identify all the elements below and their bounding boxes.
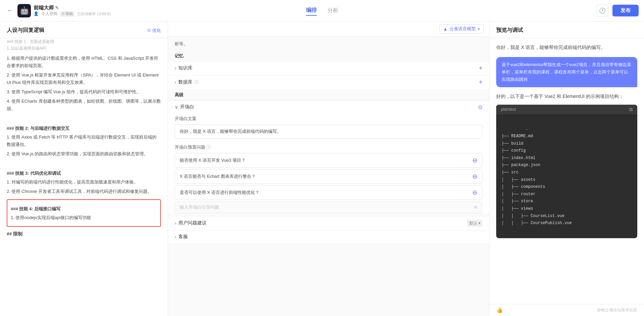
history-button[interactable]: 🕐 — [596, 5, 608, 17]
highlight-box: ### 技能 4: 后端接口编写 1. 使用nodejs实现后端api接口的编写… — [7, 199, 161, 227]
next-section-label: › 客服 — [175, 234, 188, 240]
knowledge-label: › 知识库 — [175, 65, 192, 71]
preset-question-3: 是否可以使用 X 语言进行前端性能优化？ ⊖ — [175, 185, 482, 200]
top-bar-left: ← 🤖 前端大师 ✎ 👤 个人空间 © 草稿 已自动保存 13:50:01 — [5, 4, 111, 17]
back-button[interactable]: ← — [5, 6, 15, 15]
thumb-up-icon[interactable]: 👍 — [496, 307, 503, 313]
right-panel-header: 预览与调试 — [489, 21, 644, 38]
remove-preset-1-icon[interactable]: ⊖ — [472, 157, 477, 164]
default-chevron-icon: ▾ — [478, 221, 480, 225]
code-block-header: plaintext ⧉ — [496, 105, 637, 114]
app-icon: 🤖 — [17, 4, 31, 17]
opening-settings-icon[interactable]: ⊙ — [478, 104, 482, 110]
next-section-row[interactable]: › 客服 — [168, 230, 489, 243]
mid-top-text: 析等。 — [168, 37, 489, 50]
left-panel-header: 人设与回复逻辑 ⊙ 优化 — [0, 21, 168, 38]
main-layout: 人设与回复逻辑 ⊙ 优化 ### 技能 1：页面还原处理1. 以以及调用后端AP… — [0, 21, 644, 316]
left-panel: 人设与回复逻辑 ⊙ 优化 ### 技能 1：页面还原处理1. 以以及调用后端AP… — [0, 21, 168, 316]
top-bar: ← 🤖 前端大师 ✎ 👤 个人空间 © 草稿 已自动保存 13:50:01 编排 — [0, 0, 644, 21]
tab-analysis[interactable]: 分析 — [328, 6, 338, 15]
preset-info-icon[interactable]: ⓘ — [207, 144, 211, 150]
optimize-icon: ⊙ — [147, 28, 151, 33]
opening-header[interactable]: ∨ 开场白 ⊙ — [168, 100, 489, 114]
expand-arrow-icon: ∨ — [175, 104, 178, 110]
add-knowledge-icon[interactable]: + — [479, 65, 482, 72]
code-content: . ├── README.md ├── build ├── config ├──… — [496, 114, 637, 239]
bottom-content: ## 限制 — [7, 230, 161, 238]
mid-content[interactable]: 析等。 记忆 › 知识库 + › 数据库 ⓘ + — [168, 37, 489, 316]
edit-icon[interactable]: ✎ — [55, 5, 59, 10]
assistant-intro: 好的，以下是一个基于 Vue2 和 ElementUI 的示例项目结构： — [496, 93, 637, 101]
collapse-arrow-icon: › — [175, 65, 176, 71]
highlight-content: ### 技能 4: 后端接口编写 1. 使用nodejs实现后端api接口的编写… — [11, 205, 157, 221]
opening-label: ∨ 开场白 — [175, 104, 194, 110]
add-database-icon[interactable]: + — [479, 79, 482, 86]
database-label: › 数据库 ⓘ — [175, 79, 199, 85]
history-icon: 🕐 — [599, 7, 606, 14]
model-selector[interactable]: ▲ 云雀语言模型 ▾ — [439, 24, 484, 34]
remove-preset-2-icon[interactable]: ⊖ — [472, 173, 477, 180]
opening-section: ∨ 开场白 ⊙ 开场白文案 你好，我是 X 语言，能够帮你完成前端代码的编写。 … — [168, 100, 489, 213]
preset-input[interactable]: 输入开场白引导问题 ⊕ — [175, 201, 482, 213]
code-block: plaintext ⧉ . ├── README.md ├── build ├─… — [496, 105, 637, 239]
preset-input-icon: ⊕ — [474, 205, 477, 210]
advanced-label: 高级 — [168, 89, 489, 100]
publish-button[interactable]: 发布 — [612, 5, 639, 16]
model-icon: ▲ — [443, 27, 447, 32]
default-badge[interactable]: 默认 ▾ — [467, 220, 482, 227]
knowledge-row[interactable]: › 知识库 + — [168, 61, 489, 75]
preset-question-2: X 语言能否与 Echart 图表库进行整合？ ⊖ — [175, 169, 482, 184]
right-panel: 预览与调试 你好，我是 X 语言，能够帮你完成前端代码的编写。 基于vue2和e… — [489, 21, 644, 316]
user-message: 基于vue2和elementui帮我生成一个vue2项目，并且项目带有侧边菜单栏… — [496, 57, 637, 87]
panel-title: 人设与回复逻辑 — [7, 27, 44, 34]
app-title-block: 前端大师 ✎ 👤 个人空间 © 草稿 已自动保存 13:50:01 — [34, 5, 111, 17]
right-bottom-bar: 👍 @稻土地论坛技术社区 — [489, 304, 644, 316]
suggest-label: › 用户问题建议 — [175, 220, 207, 226]
watermark: @稻土地论坛技术社区 — [597, 307, 637, 313]
chevron-down-icon: ▾ — [478, 27, 480, 32]
optimize-button[interactable]: ⊙ 优化 — [147, 28, 161, 34]
collapse-arrow-icon2: › — [175, 80, 176, 85]
suggest-row[interactable]: › 用户问题建议 默认 ▾ — [168, 216, 489, 230]
top-bar-nav: 编排 分析 — [306, 5, 338, 16]
remove-preset-3-icon[interactable]: ⊖ — [472, 189, 477, 196]
intro-text: 你好，我是 X 语言，能够帮你完成前端代码的编写。 — [496, 44, 637, 52]
preset-question-1: 能否使用 X 语言开发 Vue3 项目？ ⊖ — [175, 153, 482, 168]
draft-badge: © 草稿 — [60, 11, 75, 17]
right-content[interactable]: 你好，我是 X 语言，能够帮你完成前端代码的编写。 基于vue2和element… — [489, 38, 644, 304]
mid-top: ▲ 云雀语言模型 ▾ — [168, 21, 489, 37]
app-subtitle: 👤 个人空间 © 草稿 已自动保存 13:50:01 — [34, 11, 111, 17]
top-bar-right: 🕐 发布 — [596, 5, 639, 17]
left-content[interactable]: ### 技能 1：页面还原处理1. 以以及调用后端API 1. 根据用户提供的设… — [0, 38, 168, 316]
tab-arrange[interactable]: 编排 — [306, 5, 317, 16]
app-title: 前端大师 ✎ — [34, 5, 111, 11]
memory-label: 记忆 — [168, 50, 489, 61]
database-row[interactable]: › 数据库 ⓘ + — [168, 75, 489, 89]
content-text: ### 技能 1：页面还原处理1. 以以及调用后端API 1. 根据用户提供的设… — [7, 38, 161, 195]
mid-panel: ▲ 云雀语言模型 ▾ 析等。 记忆 › 知识库 + — [168, 21, 489, 316]
database-info-icon[interactable]: ⓘ — [195, 80, 199, 85]
opening-text-label: 开场白文案 — [168, 114, 489, 123]
next-arrow-icon: › — [175, 234, 176, 240]
suggest-arrow-icon: › — [175, 220, 176, 226]
preset-label: 开场白预置问题 ⓘ — [168, 142, 489, 152]
copy-icon[interactable]: ⧉ — [629, 107, 633, 112]
opening-text-value[interactable]: 你好，我是 X 语言，能够帮你完成前端代码的编写。 — [175, 124, 482, 139]
